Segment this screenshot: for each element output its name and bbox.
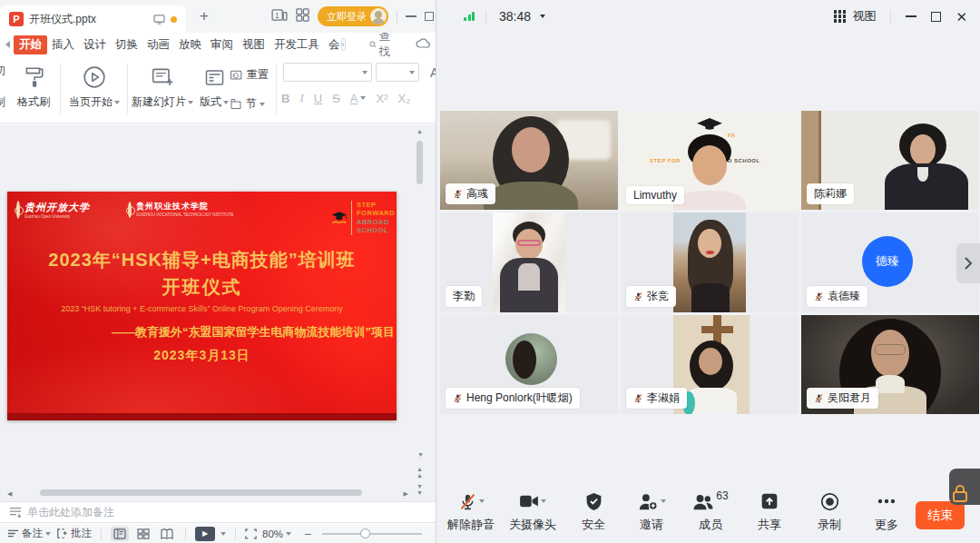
format-painter-button[interactable]: 格式刷 [13,62,54,110]
horizontal-scrollbar[interactable]: ◀ ▶ [7,489,408,497]
menu-tab-view[interactable]: 视图 [238,35,270,54]
zoom-out-button[interactable]: − [304,527,311,541]
menu-tab-home[interactable]: 开始 [14,35,47,54]
italic-button[interactable]: I [299,91,303,105]
collapse-ribbon-icon[interactable] [5,41,10,48]
wps-minimize-button[interactable] [406,15,416,17]
video-tile[interactable]: Heng Ponlork(叶暖烟) [440,315,618,414]
slide[interactable]: 贵州开放大学 Guizhou Open University 贵州职业技术学院 … [7,192,397,420]
video-tile[interactable]: 陈莉娜 [801,111,979,210]
scroll-down-icon[interactable]: ▼ [417,451,424,458]
scroll-right-icon[interactable]: ▶ [404,490,408,497]
zoom-level-button[interactable]: 80% [262,528,291,539]
font-color-button[interactable]: A [350,92,358,105]
zoom-slider-knob[interactable] [360,528,370,538]
scroll-left-icon[interactable]: ◀ [7,490,12,497]
find-button[interactable]: 查找 [369,29,395,60]
previous-slide-icon[interactable]: ▲▲ [416,466,422,479]
font-size-select[interactable] [376,63,419,82]
notes-bar[interactable]: 单击此处添加备注 [0,501,436,523]
notes-toggle-button[interactable]: 备注 [7,527,51,540]
present-monitor-icon[interactable] [153,15,165,25]
members-button[interactable]: 63 成员 [678,490,743,533]
video-tile[interactable]: 德臻 袁德臻 [801,212,979,311]
invite-options-caret[interactable] [661,499,666,503]
share-screen-button[interactable]: 共享 [737,490,802,533]
reading-view-button[interactable] [158,527,176,541]
subscript-button[interactable]: X₂ [397,92,410,105]
slideshow-play-button[interactable]: ▶ [195,527,215,541]
video-tile[interactable]: 李勤 [440,212,618,311]
slide-title-line1: 2023年“HSK辅导+电商技能”培训班 [7,248,397,272]
mic-muted-icon [633,291,643,301]
copy-button-partial[interactable]: 制 [0,94,11,110]
comments-button[interactable]: 批注 [56,527,92,540]
menu-tab-review[interactable]: 审阅 [206,35,238,54]
slide-editing-canvas[interactable]: 贵州开放大学 Guizhou Open University 贵州职业技术学院 … [0,124,436,501]
camera-options-caret[interactable] [541,499,546,503]
login-button[interactable]: 立即登录 [318,6,388,26]
horizontal-scroll-thumb[interactable] [40,489,362,496]
strikethrough-button[interactable]: S [332,92,340,105]
wps-maximize-button[interactable] [425,12,434,21]
normal-view-button[interactable] [111,527,129,541]
unmute-button[interactable]: 解除静音 [438,490,504,533]
find-label: 查找 [378,29,394,60]
cut-button-partial[interactable]: 切 [0,64,11,79]
document-tab[interactable]: P 开班仪式.pptx [0,5,186,33]
split-window-icon[interactable]: 1 [271,8,288,25]
section-button[interactable]: 节 [229,96,265,112]
menu-tab-transition[interactable]: 切换 [111,35,142,54]
superscript-button[interactable]: X² [376,92,387,105]
new-slide-button[interactable]: 新建幻灯片 [132,62,192,110]
slideshow-options-caret[interactable] [220,532,226,536]
university-1-name-en: Guizhou Open University [24,214,70,219]
tabbar-right-controls: 1 立即登录 [271,0,434,33]
menu-tab-slideshow[interactable]: 放映 [174,35,206,54]
menu-tab-animation[interactable]: 动画 [142,35,174,54]
menu-tab-devtools[interactable]: 开发工具 [270,35,324,54]
meeting-close-button[interactable]: ✕ [956,10,967,24]
reset-slide-button[interactable]: 重置 [229,67,269,83]
video-tile[interactable]: 吴阳君月 [801,315,979,414]
menu-tab-insert[interactable]: 插入 [47,35,79,54]
network-signal-icon [464,12,475,21]
timer-dropdown-caret[interactable] [540,15,545,18]
unmute-options-caret[interactable] [479,499,485,503]
record-button[interactable]: 录制 [797,490,862,533]
menu-tab-member[interactable]: 会 [324,35,340,54]
cloud-sync-icon[interactable] [416,38,430,52]
vertical-scroll-thumb[interactable] [416,141,423,184]
underline-button[interactable]: U [314,92,322,105]
view-mode-button[interactable]: 视图 [834,8,877,25]
notification-popup-partial[interactable] [949,469,980,505]
vertical-scrollbar[interactable]: ▲ ▼ ▲▲ ▼▼ [416,128,424,455]
meeting-maximize-button[interactable] [931,12,941,22]
more-button[interactable]: 更多 [854,490,919,533]
next-page-button[interactable] [956,243,980,283]
participant-nametag: 高彧 [446,183,495,204]
video-content [517,240,541,246]
video-tile[interactable]: 张竞 [621,212,799,311]
fit-to-window-button[interactable] [245,528,257,539]
invite-button[interactable]: 邀请 [619,490,684,533]
video-tile[interactable]: 高彧 [440,111,618,210]
video-tile[interactable]: STEP FOR D SCHOOL FA Limvuthy [621,111,799,210]
scroll-up-icon[interactable]: ▲ [416,128,423,134]
security-button[interactable]: 安全 [561,490,626,533]
bold-button[interactable]: B [281,92,289,105]
new-tab-button[interactable]: + [195,7,213,25]
menu-overflow-chevron-icon[interactable]: › [341,38,346,51]
slide-sorter-view-button[interactable] [134,527,152,541]
play-from-current-button[interactable]: 当页开始 [67,62,122,110]
end-meeting-button[interactable]: 结束 [916,501,965,529]
video-tile[interactable]: 李淑娟 [621,315,799,414]
meeting-minimize-button[interactable] [906,15,916,17]
next-slide-icon[interactable]: ▼▼ [416,483,422,496]
workspace-grid-icon[interactable] [296,8,309,25]
slide-layout-button[interactable]: 版式 [196,62,232,110]
menu-tab-design[interactable]: 设计 [79,35,111,54]
camera-off-button[interactable]: 关摄像头 [500,490,565,533]
zoom-slider[interactable] [322,533,422,535]
font-family-select[interactable] [283,63,372,82]
